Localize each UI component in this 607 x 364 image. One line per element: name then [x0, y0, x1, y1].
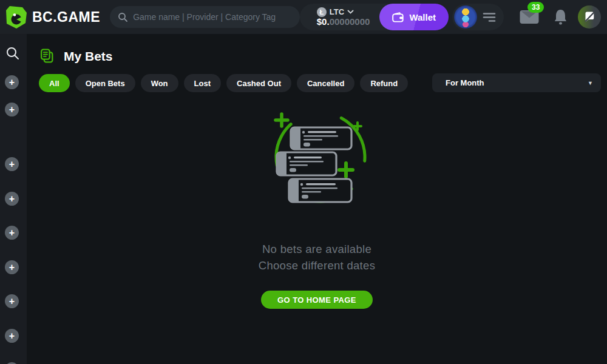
- bc-game-app: BC.GAME Ł LTC: [0, 0, 607, 364]
- chat-toggle-button[interactable]: [578, 5, 601, 29]
- page-title-row: My Bets: [39, 48, 113, 64]
- game-search-bar[interactable]: [110, 6, 300, 28]
- sidebar-expand-button[interactable]: +: [5, 329, 19, 343]
- my-bets-icon: [39, 48, 55, 64]
- logo[interactable]: BC.GAME: [4, 5, 100, 29]
- filter-cancelled[interactable]: Cancelled: [297, 74, 354, 92]
- sidebar-expand-button[interactable]: +: [5, 103, 19, 116]
- mail-badge: 33: [527, 2, 544, 13]
- filter-won[interactable]: Won: [141, 74, 178, 92]
- empty-state-message: No bets are available Choose different d…: [259, 241, 375, 274]
- empty-message-line1: No bets are available: [259, 241, 375, 257]
- chevron-down-icon: [347, 10, 354, 14]
- balance-amount: $0.00000000: [317, 17, 370, 27]
- header-right-cluster: Ł LTC $0.00000000: [300, 4, 601, 30]
- filter-open-bets[interactable]: Open Bets: [75, 74, 135, 92]
- balance-whole: $0.: [317, 16, 330, 27]
- currency-selector[interactable]: Ł LTC $0.00000000: [317, 7, 370, 27]
- empty-state: No bets are available Choose different d…: [27, 106, 607, 309]
- search-icon: [118, 12, 128, 22]
- user-avatar[interactable]: [454, 5, 477, 29]
- sidebar-expand-button[interactable]: +: [5, 75, 19, 89]
- filter-cashed-out[interactable]: Cashed Out: [226, 74, 291, 92]
- wallet-button-label: Wallet: [409, 12, 436, 22]
- profile-group: [452, 4, 504, 30]
- sidebar-search-icon[interactable]: [5, 46, 20, 63]
- notifications-mail[interactable]: 33: [520, 10, 539, 24]
- top-header: BC.GAME Ł LTC: [0, 0, 607, 34]
- chat-slash-icon: [584, 12, 595, 23]
- filter-all[interactable]: All: [39, 74, 70, 92]
- sidebar-expand-button[interactable]: +: [5, 226, 19, 240]
- period-dropdown-value: For Month: [446, 78, 484, 87]
- sidebar-expand-button[interactable]: +: [5, 294, 19, 308]
- empty-message-line2: Choose different dates: [259, 257, 375, 274]
- search-input[interactable]: [133, 12, 292, 22]
- sidebar-expand-button[interactable]: +: [5, 192, 19, 206]
- logo-icon: [4, 5, 28, 29]
- bell-icon[interactable]: [554, 8, 568, 25]
- bet-status-filters: All Open Bets Won Lost Cashed Out Cancel…: [39, 74, 408, 92]
- caret-down-icon: ▼: [588, 80, 593, 86]
- currency-code: LTC: [330, 7, 344, 16]
- period-dropdown[interactable]: For Month ▼: [432, 73, 601, 92]
- go-home-button[interactable]: GO TO HOME PAGE: [261, 291, 373, 309]
- filter-lost[interactable]: Lost: [184, 74, 221, 92]
- empty-bets-illustration: [252, 106, 382, 218]
- my-bets-page: My Bets All Open Bets Won Lost Cashed Ou…: [27, 34, 607, 364]
- ltc-coin-icon: Ł: [317, 7, 327, 17]
- balance-wallet-group: Ł LTC $0.00000000: [300, 4, 449, 30]
- page-title: My Bets: [64, 49, 113, 64]
- wallet-button[interactable]: Wallet: [379, 4, 449, 30]
- wallet-icon: [392, 12, 404, 22]
- balance-fraction: 00000000: [330, 16, 370, 27]
- sidebar-expand-button[interactable]: +: [5, 260, 19, 274]
- filter-refund[interactable]: Refund: [360, 74, 408, 92]
- sidebar-expand-button[interactable]: +: [5, 157, 19, 171]
- profile-menu-icon[interactable]: [483, 12, 496, 22]
- logo-text: BC.GAME: [32, 9, 100, 25]
- left-sidebar: + + + + + + + + +: [0, 34, 27, 364]
